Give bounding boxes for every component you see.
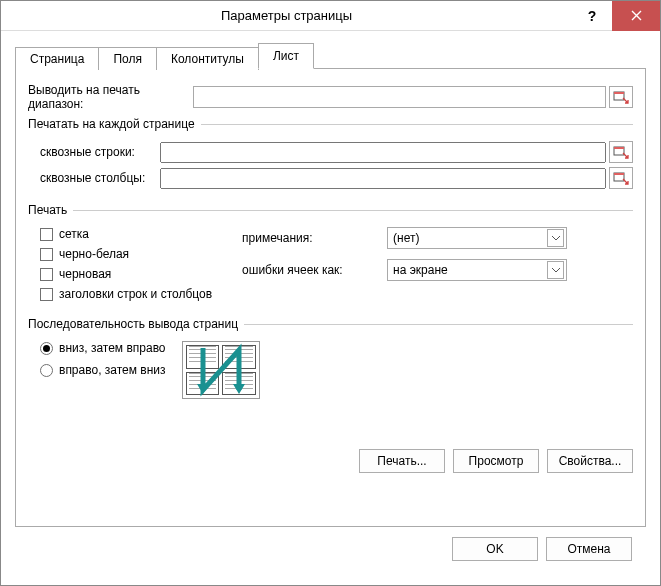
tab-sheet[interactable]: Лист: [258, 43, 314, 69]
print-range-input[interactable]: [193, 86, 606, 108]
titlebar: Параметры страницы ?: [1, 1, 660, 31]
svg-rect-3: [614, 147, 624, 149]
tab-page[interactable]: Страница: [15, 47, 99, 70]
print-range-label: Выводить на печать диапазон:: [28, 83, 193, 111]
dialog-content: Страница Поля Колонтитулы Лист Выводить …: [1, 31, 660, 585]
tab-margins[interactable]: Поля: [98, 47, 157, 70]
check-gridlines[interactable]: [40, 228, 53, 241]
dialog-button-row: OK Отмена: [15, 527, 646, 575]
comments-label: примечания:: [242, 231, 387, 245]
range-picker-icon: [613, 144, 629, 160]
print-group: Печать сетка черно-белая чер: [28, 203, 633, 309]
order-group: Последовательность вывода страниц вниз, …: [28, 317, 633, 401]
panel-button-row: Печать... Просмотр Свойства...: [28, 409, 633, 473]
errors-select[interactable]: на экране: [387, 259, 567, 281]
svg-rect-1: [614, 92, 624, 94]
ok-button[interactable]: OK: [452, 537, 538, 561]
check-draft[interactable]: [40, 268, 53, 281]
check-draft-label: черновая: [59, 267, 111, 281]
repeat-group: Печатать на каждой странице сквозные стр…: [28, 117, 633, 195]
chevron-down-icon: [552, 268, 560, 273]
repeat-rows-label: сквозные строки:: [40, 145, 160, 159]
radio-down-then-over-label: вниз, затем вправо: [59, 341, 166, 355]
repeat-group-title: Печатать на каждой странице: [28, 117, 201, 131]
print-select-column: примечания: (нет) ошибки ячеек как:: [242, 227, 567, 307]
help-button[interactable]: ?: [572, 2, 612, 30]
order-radio-column: вниз, затем вправо вправо, затем вниз: [40, 341, 166, 385]
check-row-col-headings[interactable]: [40, 288, 53, 301]
check-black-white[interactable]: [40, 248, 53, 261]
order-group-title: Последовательность вывода страниц: [28, 317, 244, 331]
repeat-cols-input[interactable]: [160, 168, 606, 189]
tab-bar: Страница Поля Колонтитулы Лист: [15, 43, 646, 69]
comments-select[interactable]: (нет): [387, 227, 567, 249]
chevron-down-icon: [552, 236, 560, 241]
close-button[interactable]: [612, 1, 660, 31]
radio-over-then-down[interactable]: [40, 364, 53, 377]
window-title: Параметры страницы: [1, 8, 572, 23]
repeat-rows-picker-button[interactable]: [609, 141, 633, 163]
check-row-col-headings-label: заголовки строк и столбцов: [59, 287, 212, 301]
preview-button[interactable]: Просмотр: [453, 449, 539, 473]
svg-rect-5: [614, 173, 624, 175]
print-group-title: Печать: [28, 203, 73, 217]
tab-headers-footers[interactable]: Колонтитулы: [156, 47, 259, 70]
properties-button[interactable]: Свойства...: [547, 449, 633, 473]
repeat-cols-label: сквозные столбцы:: [40, 171, 160, 185]
errors-select-value: на экране: [393, 263, 448, 277]
print-check-column: сетка черно-белая черновая заголовк: [40, 227, 212, 307]
print-button[interactable]: Печать...: [359, 449, 445, 473]
radio-over-then-down-label: вправо, затем вниз: [59, 363, 166, 377]
comments-select-arrow: [547, 229, 564, 247]
close-icon: [631, 10, 642, 21]
cancel-button[interactable]: Отмена: [546, 537, 632, 561]
tab-panel-sheet: Выводить на печать диапазон: Печатать на…: [15, 68, 646, 527]
errors-select-arrow: [547, 261, 564, 279]
range-picker-icon: [613, 89, 629, 105]
print-range-picker-button[interactable]: [609, 86, 633, 108]
range-picker-icon: [613, 170, 629, 186]
comments-select-value: (нет): [393, 231, 419, 245]
check-black-white-label: черно-белая: [59, 247, 129, 261]
page-order-preview: [182, 341, 260, 399]
repeat-cols-picker-button[interactable]: [609, 167, 633, 189]
repeat-rows-input[interactable]: [160, 142, 606, 163]
radio-down-then-over[interactable]: [40, 342, 53, 355]
page-setup-dialog: Параметры страницы ? Страница Поля Колон…: [0, 0, 661, 586]
check-gridlines-label: сетка: [59, 227, 89, 241]
errors-label: ошибки ячеек как:: [242, 263, 387, 277]
